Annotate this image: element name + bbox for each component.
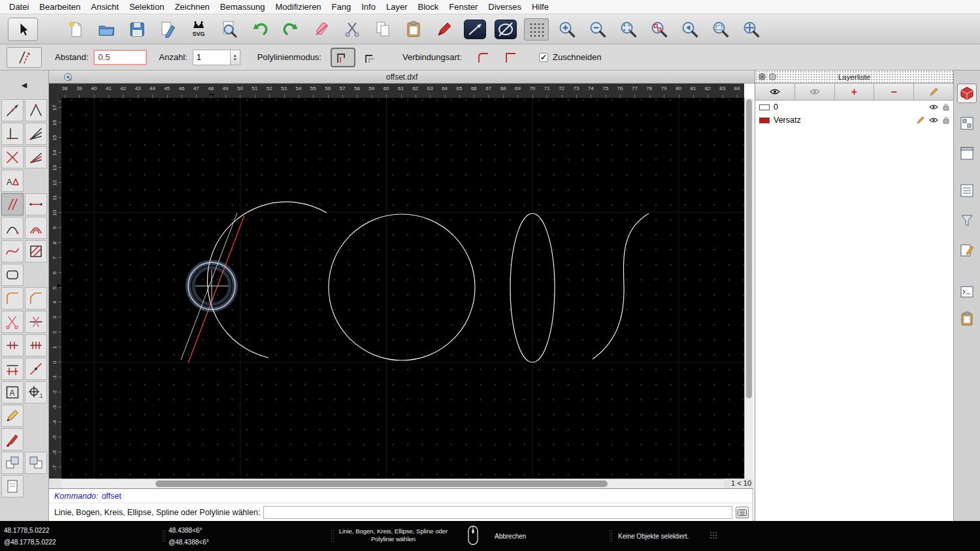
paste-button[interactable] bbox=[398, 16, 429, 42]
copy-button[interactable] bbox=[367, 16, 398, 42]
zoom-previous-button[interactable] bbox=[674, 16, 705, 42]
tool-line-two-points[interactable] bbox=[1, 99, 24, 121]
tool-angle-bisector[interactable] bbox=[25, 146, 47, 168]
grid-toggle-button[interactable] bbox=[521, 16, 551, 42]
tool-chamfer[interactable] bbox=[25, 287, 47, 309]
tool-cut-scissors[interactable] bbox=[1, 311, 24, 333]
tool-freehand-spline[interactable] bbox=[1, 240, 24, 262]
menu-diverses[interactable]: Diverses bbox=[488, 2, 521, 12]
menu-zeichnen[interactable]: Zeichnen bbox=[174, 2, 209, 12]
document-titlebar[interactable]: offset.dxf bbox=[49, 71, 755, 84]
zoom-in-button[interactable] bbox=[551, 16, 582, 42]
layer-row-Versatz[interactable]: Versatz bbox=[755, 114, 953, 127]
edit-layer-button[interactable] bbox=[914, 84, 953, 100]
canvas-horizontal-scrollbar[interactable] bbox=[61, 479, 724, 488]
drawing-canvas[interactable] bbox=[61, 98, 744, 479]
remove-layer-button[interactable]: − bbox=[874, 84, 914, 100]
layer-visibility-icon[interactable] bbox=[929, 117, 938, 123]
menu-layer[interactable]: Layer bbox=[386, 2, 408, 12]
layer-edit-icon[interactable] bbox=[917, 116, 924, 124]
horizontal-scroll-thumb[interactable] bbox=[155, 480, 608, 487]
join-miter-button[interactable] bbox=[498, 48, 523, 67]
layer-lock-icon[interactable] bbox=[943, 116, 949, 124]
menu-block[interactable]: Block bbox=[417, 2, 438, 12]
undo-button[interactable] bbox=[244, 16, 275, 42]
canvas-vertical-scrollbar[interactable] bbox=[744, 98, 753, 479]
layer-visibility-icon[interactable] bbox=[929, 104, 938, 110]
command-widget-button[interactable] bbox=[957, 282, 977, 302]
command-input[interactable] bbox=[263, 506, 732, 519]
vertical-scroll-thumb[interactable] bbox=[746, 99, 752, 398]
zoom-pan-button[interactable] bbox=[736, 16, 766, 42]
menu-modifizieren[interactable]: Modifizieren bbox=[276, 2, 321, 12]
layer-list-button[interactable] bbox=[957, 181, 977, 200]
tool-fillet[interactable] bbox=[1, 287, 24, 309]
keyboard-toggle-button[interactable] bbox=[736, 507, 749, 518]
menu-hilfe[interactable]: Hilfe bbox=[532, 2, 549, 12]
tool-cross-lines[interactable] bbox=[1, 146, 24, 168]
hide-all-layers-button[interactable] bbox=[795, 84, 835, 100]
eraser-button[interactable] bbox=[306, 16, 336, 42]
svg-export-button[interactable]: SVG bbox=[183, 16, 214, 42]
close-panel-button[interactable]: × bbox=[759, 73, 766, 80]
line-tools-button[interactable] bbox=[459, 16, 490, 42]
pen-button[interactable] bbox=[429, 16, 459, 42]
selection-arrow-button[interactable] bbox=[8, 18, 38, 41]
ellipse-tools-button[interactable] bbox=[490, 16, 521, 42]
tool-measure-point[interactable] bbox=[25, 358, 47, 380]
palette-back-button[interactable]: ◀ bbox=[22, 81, 27, 89]
tool-pencil-edit[interactable] bbox=[1, 405, 24, 427]
properties-button[interactable] bbox=[957, 240, 977, 260]
abstand-input[interactable] bbox=[93, 50, 147, 65]
polyline-mode-offset-button[interactable] bbox=[331, 48, 355, 67]
cut-button[interactable] bbox=[336, 16, 367, 42]
tool-measure-ticks[interactable] bbox=[1, 358, 24, 380]
join-round-button[interactable] bbox=[471, 48, 496, 67]
tool-cut-with-line[interactable] bbox=[25, 311, 47, 333]
library-browser-button[interactable] bbox=[957, 84, 977, 103]
zoom-auto-button[interactable] bbox=[613, 16, 644, 42]
tool-line-perpendicular[interactable] bbox=[1, 123, 24, 145]
tool-concentric-arcs[interactable] bbox=[25, 217, 47, 239]
menu-bearbeiten[interactable]: Bearbeiten bbox=[39, 2, 80, 12]
menu-info[interactable]: Info bbox=[361, 2, 376, 12]
menu-datei[interactable]: Datei bbox=[9, 2, 29, 12]
save-file-button[interactable] bbox=[122, 16, 152, 42]
edit-document-button[interactable] bbox=[152, 16, 183, 42]
zuschneiden-checkbox[interactable]: ✓ bbox=[539, 53, 548, 62]
tool-dimension[interactable]: .1 bbox=[25, 381, 47, 403]
tool-arc-tangent[interactable] bbox=[1, 217, 24, 239]
anzahl-stepper[interactable]: ▲▼ bbox=[231, 50, 240, 65]
zoom-window-button[interactable] bbox=[705, 16, 736, 42]
tool-divide-ticks[interactable] bbox=[1, 334, 24, 356]
zoom-redraw-button[interactable] bbox=[644, 16, 674, 42]
menu-selektion[interactable]: Selektion bbox=[129, 2, 164, 12]
show-all-layers-button[interactable] bbox=[755, 84, 795, 100]
tool-text[interactable]: A bbox=[1, 381, 24, 403]
tool-order-raise[interactable] bbox=[1, 452, 24, 474]
blank-panel-button[interactable] bbox=[957, 144, 977, 163]
open-file-button[interactable] bbox=[91, 16, 122, 42]
redo-button[interactable] bbox=[275, 16, 306, 42]
tool-rounded-rectangle[interactable] bbox=[1, 264, 24, 286]
tool-hatch[interactable] bbox=[25, 240, 47, 262]
menu-ansicht[interactable]: Ansicht bbox=[91, 2, 119, 12]
polyline-mode-segment-button[interactable] bbox=[358, 48, 383, 67]
new-document-button[interactable] bbox=[60, 16, 91, 42]
layer-lock-icon[interactable] bbox=[943, 103, 949, 111]
tool-line-points[interactable] bbox=[25, 193, 47, 215]
tool-divide-ticks-2[interactable] bbox=[25, 334, 47, 356]
tool-order-lower[interactable] bbox=[25, 452, 47, 474]
clipboard-panel-button[interactable] bbox=[957, 309, 977, 328]
tool-text-along-line[interactable]: A bbox=[1, 170, 24, 192]
menu-fang[interactable]: Fang bbox=[332, 2, 351, 12]
add-layer-button[interactable]: + bbox=[835, 84, 875, 100]
menu-bemassung[interactable]: Bemassung bbox=[220, 2, 265, 12]
menu-fenster[interactable]: Fenster bbox=[449, 2, 478, 12]
print-preview-button[interactable] bbox=[214, 16, 244, 42]
block-list-button[interactable] bbox=[957, 114, 977, 133]
tool-offset-parallel[interactable] bbox=[1, 193, 24, 215]
layer-row-0[interactable]: 0 bbox=[755, 101, 953, 114]
zoom-out-button[interactable] bbox=[582, 16, 613, 42]
float-panel-button[interactable] bbox=[769, 73, 776, 80]
